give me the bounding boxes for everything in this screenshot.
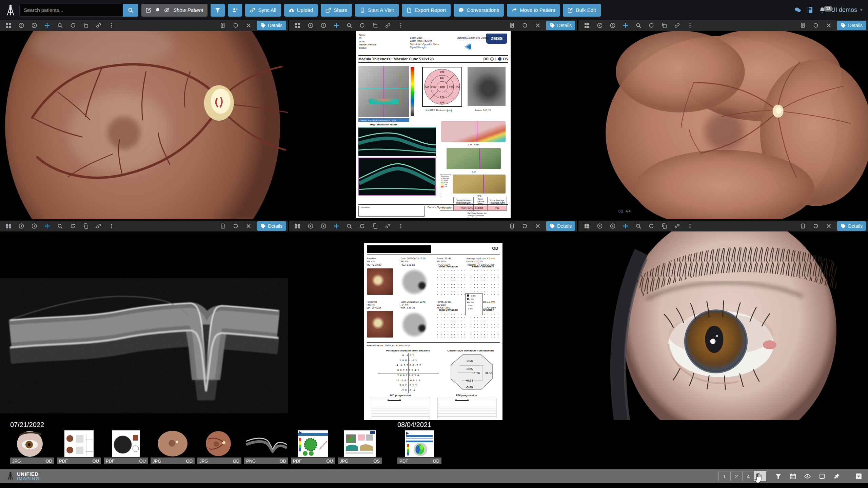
- zoom-tool-icon[interactable]: [343, 223, 356, 229]
- pan-tool-icon[interactable]: [41, 223, 54, 229]
- close-viewport-icon[interactable]: [822, 223, 835, 229]
- report-icon[interactable]: [506, 23, 518, 28]
- collapse-filmstrip-icon[interactable]: [855, 473, 862, 480]
- pan-tool-icon[interactable]: [619, 23, 632, 28]
- report-icon[interactable]: [506, 223, 518, 229]
- details-button[interactable]: Details: [546, 21, 575, 30]
- report-icon[interactable]: [796, 223, 809, 229]
- more-options-icon[interactable]: [684, 23, 696, 28]
- next-image-icon[interactable]: [606, 223, 619, 229]
- rotate-tool-icon[interactable]: [356, 23, 369, 28]
- add-patient-button[interactable]: [228, 4, 242, 17]
- bell-icon[interactable]: [155, 7, 160, 13]
- zoom-tool-icon[interactable]: [632, 223, 645, 229]
- report-icon[interactable]: [216, 23, 229, 28]
- filter-thumbnails-icon[interactable]: [775, 473, 782, 480]
- next-image-icon[interactable]: [317, 23, 330, 28]
- move-to-patient-button[interactable]: Move to Patient: [507, 4, 560, 17]
- history-icon[interactable]: [229, 23, 242, 28]
- history-icon[interactable]: [809, 223, 822, 229]
- thumbnail-7[interactable]: PDFOU: [291, 430, 335, 464]
- rotate-tool-icon[interactable]: [66, 223, 79, 229]
- thumbnail-5[interactable]: JPGOD: [197, 430, 241, 464]
- pan-tool-icon[interactable]: [330, 23, 343, 28]
- rotate-tool-icon[interactable]: [66, 23, 79, 28]
- copy-icon[interactable]: [79, 23, 92, 28]
- next-image-icon[interactable]: [28, 223, 41, 229]
- zoom-tool-icon[interactable]: [632, 23, 645, 28]
- pin-filmstrip-icon[interactable]: [833, 473, 840, 480]
- next-image-icon[interactable]: [28, 23, 41, 28]
- rotate-tool-icon[interactable]: [645, 223, 658, 229]
- thumbnail-4[interactable]: JPGOD: [151, 430, 195, 464]
- close-viewport-icon[interactable]: [822, 23, 835, 28]
- copy-icon[interactable]: [658, 223, 671, 229]
- zoom-tool-icon[interactable]: [54, 223, 66, 229]
- search-button[interactable]: [123, 4, 138, 17]
- messages-button[interactable]: [794, 7, 801, 14]
- prev-image-icon[interactable]: [304, 223, 317, 229]
- copy-icon[interactable]: [369, 223, 381, 229]
- visual-field-report[interactable]: OD Baseline FN: 4% MD: +2.19 dB Date: 20…: [289, 231, 577, 420]
- more-options-icon[interactable]: [105, 23, 118, 28]
- close-viewport-icon[interactable]: [242, 223, 255, 229]
- fundus-photo-od[interactable]: [0, 31, 288, 219]
- thumbnail-8[interactable]: JPGOS: [338, 430, 382, 464]
- next-image-icon[interactable]: [317, 223, 330, 229]
- details-button[interactable]: Details: [837, 221, 866, 231]
- link-images-icon[interactable]: [381, 23, 394, 28]
- visibility-icon[interactable]: [804, 473, 811, 480]
- details-button[interactable]: Details: [257, 221, 286, 231]
- thumbnail-6[interactable]: PNGOD: [244, 430, 288, 464]
- macula-thickness-report[interactable]: ZEISS Name: ID: DOB: Gender: Female Doct…: [289, 31, 577, 219]
- prev-image-icon[interactable]: [304, 23, 317, 28]
- report-icon[interactable]: [796, 23, 809, 28]
- layout-1-button[interactable]: 1: [718, 471, 731, 481]
- details-button[interactable]: Details: [837, 21, 866, 30]
- layout-grid-icon[interactable]: [291, 23, 304, 28]
- close-viewport-icon[interactable]: [531, 223, 544, 229]
- thumbnail-9[interactable]: PDFOD: [397, 430, 441, 464]
- prev-image-icon[interactable]: [593, 23, 606, 28]
- search-input[interactable]: [19, 4, 123, 17]
- pan-tool-icon[interactable]: [330, 223, 343, 229]
- link-images-icon[interactable]: [92, 23, 105, 28]
- zoom-tool-icon[interactable]: [54, 23, 66, 28]
- more-options-icon[interactable]: [684, 223, 696, 229]
- copy-icon[interactable]: [369, 23, 381, 28]
- layout-2-button[interactable]: 2: [730, 471, 743, 481]
- external-eye-photo[interactable]: [578, 231, 868, 420]
- thumbnail-1[interactable]: JPGOD: [10, 430, 54, 464]
- rotate-tool-icon[interactable]: [356, 223, 369, 229]
- conversations-button[interactable]: Conversations: [454, 4, 504, 17]
- oct-bscan-image[interactable]: [0, 231, 288, 420]
- prev-image-icon[interactable]: [593, 223, 606, 229]
- filter-button[interactable]: [211, 4, 225, 17]
- history-icon[interactable]: [518, 223, 531, 229]
- bulk-edit-button[interactable]: Bulk Edit: [563, 4, 600, 17]
- layout-grid-icon[interactable]: [2, 23, 15, 28]
- log-button[interactable]: [807, 7, 813, 14]
- prev-image-icon[interactable]: [15, 23, 28, 28]
- thumbnail-3[interactable]: PDFOU: [104, 430, 148, 464]
- layout-4-button[interactable]: 4: [742, 471, 754, 481]
- link-images-icon[interactable]: [92, 223, 105, 229]
- link-images-icon[interactable]: [671, 223, 684, 229]
- user-menu[interactable]: UI demos: [831, 6, 863, 14]
- layout-grid-icon[interactable]: [580, 23, 593, 28]
- more-options-icon[interactable]: [105, 223, 118, 229]
- close-viewport-icon[interactable]: [242, 23, 255, 28]
- start-visit-button[interactable]: Start A Visit: [355, 4, 398, 17]
- prev-image-icon[interactable]: [15, 223, 28, 229]
- thumbnail-2[interactable]: PDFOU: [57, 430, 101, 464]
- zoom-tool-icon[interactable]: [343, 23, 356, 28]
- layout-grid-icon[interactable]: [580, 223, 593, 229]
- close-viewport-icon[interactable]: [531, 23, 544, 28]
- calendar-icon[interactable]: [790, 473, 796, 480]
- pan-tool-icon[interactable]: [619, 223, 632, 229]
- layout-frame-icon[interactable]: [819, 473, 825, 480]
- copy-icon[interactable]: [79, 223, 92, 229]
- show-patient-group[interactable]: Show Patient: [141, 4, 208, 17]
- history-icon[interactable]: [518, 23, 531, 28]
- history-icon[interactable]: [229, 223, 242, 229]
